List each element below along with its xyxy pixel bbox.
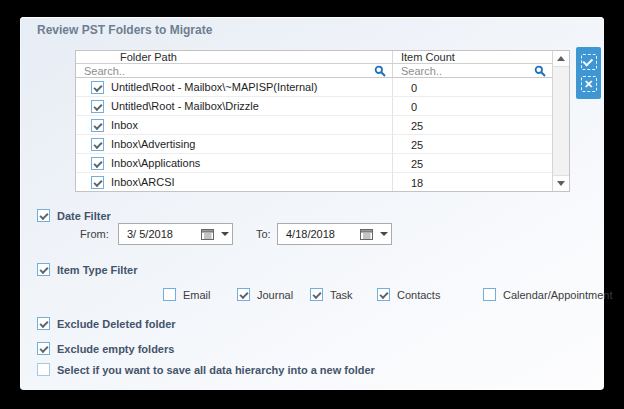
from-date-value: 3/ 5/2018	[119, 228, 201, 240]
from-date-field[interactable]: 3/ 5/2018	[118, 223, 233, 245]
email-checkbox[interactable]	[163, 288, 176, 301]
column-header-item-count[interactable]: Item Count	[393, 51, 552, 63]
folder-path: Inbox\ARCSI	[111, 176, 175, 188]
folder-table: Folder Path Item Count Search.. Search..	[75, 50, 570, 192]
to-date-field[interactable]: 4/18/2018	[277, 223, 392, 245]
page-title: Review PST Folders to Migrate	[37, 23, 212, 37]
item-count: 25	[411, 120, 423, 132]
row-checkbox[interactable]	[91, 138, 104, 151]
calendar-icon[interactable]	[201, 228, 214, 240]
table-body: Untitled\Root - Mailbox\~MAPISP(Internal…	[76, 78, 552, 191]
exclude-empty-checkbox[interactable]	[37, 342, 50, 355]
row-checkbox[interactable]	[91, 81, 104, 94]
migrate-dialog: Review PST Folders to Migrate Folder Pat…	[20, 17, 604, 390]
folder-path: Inbox\Advertising	[111, 138, 195, 150]
search-icon[interactable]	[374, 65, 386, 77]
chevron-down-icon	[557, 181, 565, 186]
table-scrollbar[interactable]	[552, 51, 569, 191]
item-type-journal[interactable]: Journal	[237, 288, 293, 301]
task-checkbox[interactable]	[310, 288, 323, 301]
save-hierarchy-checkbox[interactable]	[37, 363, 50, 376]
item-type-calendar-appointment[interactable]: Calendar/Appointment	[483, 288, 612, 301]
item-type-filter-label: Item Type Filter	[57, 264, 137, 276]
select-all-button[interactable]	[581, 54, 597, 70]
item-type-filter-checkbox[interactable]	[37, 263, 50, 276]
date-dropdown-button[interactable]	[376, 224, 391, 244]
contacts-checkbox[interactable]	[377, 288, 390, 301]
column-header-folder-path[interactable]: Folder Path	[76, 51, 393, 63]
exclude-deleted-option[interactable]: Exclude Deleted folder	[37, 317, 176, 330]
to-date-value: 4/18/2018	[278, 228, 360, 240]
table-row[interactable]: Inbox 25	[76, 116, 552, 135]
table-row[interactable]: Untitled\Root - Mailbox\~MAPISP(Internal…	[76, 78, 552, 97]
item-type-email[interactable]: Email	[163, 288, 211, 301]
calendar-icon[interactable]	[360, 228, 373, 240]
scroll-up-button[interactable]	[553, 51, 569, 67]
scroll-down-button[interactable]	[553, 175, 569, 191]
exclude-empty-option[interactable]: Exclude empty folders	[37, 342, 174, 355]
from-label: From:	[80, 228, 109, 240]
search-icon[interactable]	[534, 65, 546, 77]
row-checkbox[interactable]	[91, 157, 104, 170]
folder-path: Inbox	[111, 119, 138, 131]
chevron-down-icon	[380, 232, 388, 236]
exclude-deleted-checkbox[interactable]	[37, 317, 50, 330]
item-type-contacts[interactable]: Contacts	[377, 288, 440, 301]
table-row[interactable]: Inbox\ARCSI 18	[76, 173, 552, 191]
item-count: 0	[411, 82, 417, 94]
chevron-down-icon	[221, 232, 229, 236]
item-type-filter-toggle[interactable]: Item Type Filter	[37, 263, 137, 276]
row-checkbox[interactable]	[91, 176, 104, 189]
table-search-row: Search.. Search..	[76, 64, 552, 78]
item-count: 25	[411, 158, 423, 170]
search-placeholder: Search..	[84, 65, 374, 77]
folder-path: Inbox\Applications	[111, 157, 200, 169]
table-row[interactable]: Inbox\Applications 25	[76, 154, 552, 173]
date-filter-checkbox[interactable]	[37, 209, 50, 222]
to-label: To:	[256, 228, 271, 240]
folder-path-search-input[interactable]: Search..	[76, 64, 393, 77]
table-row[interactable]: Inbox\Advertising 25	[76, 135, 552, 154]
date-filter-toggle[interactable]: Date Filter	[37, 209, 111, 222]
search-placeholder: Search..	[401, 65, 534, 77]
item-count: 0	[411, 101, 417, 113]
folder-path: Untitled\Root - Mailbox\Drizzle	[111, 100, 259, 112]
item-count: 18	[411, 177, 423, 189]
folder-path: Untitled\Root - Mailbox\~MAPISP(Internal…	[111, 81, 317, 93]
row-checkbox[interactable]	[91, 119, 104, 132]
table-header: Folder Path Item Count	[76, 51, 552, 64]
calendar-appointment-checkbox[interactable]	[483, 288, 496, 301]
deselect-all-button[interactable]: ✕	[581, 76, 597, 92]
selection-tools: ✕	[576, 47, 601, 99]
item-type-task[interactable]: Task	[310, 288, 353, 301]
item-count-search-input[interactable]: Search..	[393, 64, 552, 77]
date-filter-label: Date Filter	[57, 210, 111, 222]
table-row[interactable]: Untitled\Root - Mailbox\Drizzle 0	[76, 97, 552, 116]
chevron-up-icon	[557, 56, 565, 61]
row-checkbox[interactable]	[91, 100, 104, 113]
item-count: 25	[411, 139, 423, 151]
date-dropdown-button[interactable]	[217, 224, 232, 244]
journal-checkbox[interactable]	[237, 288, 250, 301]
save-hierarchy-option[interactable]: Select if you want to save all data hier…	[37, 363, 375, 376]
